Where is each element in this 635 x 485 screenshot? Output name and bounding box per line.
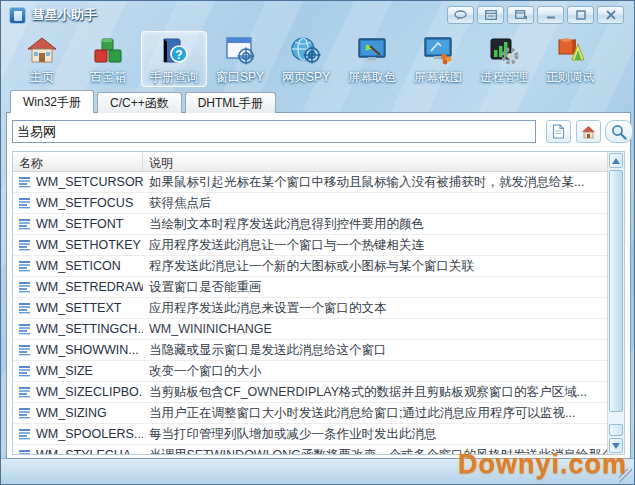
message-name-cell[interactable]: WM_SETICON [13,259,143,273]
list-lines-icon [18,239,31,251]
toolbar-item-toolbox[interactable]: 百宝箱 [75,31,141,87]
header-name[interactable]: 名称 [13,152,143,171]
header-desc[interactable]: 说明 [143,152,624,171]
message-name: WM_STYLECHA... [36,448,142,454]
message-name-cell[interactable]: WM_SETTEXT [13,301,143,315]
list-lines-icon [18,176,31,188]
scrollbar-thumb[interactable] [609,170,623,412]
toolbar-label: 网页SPY [282,69,330,86]
message-name: WM_SETTEXT [36,301,121,315]
message-name: WM_SETICON [36,259,121,273]
scroll-up-button[interactable] [609,153,623,168]
table-row[interactable]: WM_SIZING 当用户正在调整窗口大小时发送此消息给窗口;通过此消息应用程序… [13,403,607,424]
table-row[interactable]: WM_SETHOTKEY 应用程序发送此消息让一个窗口与一个热键相关连 [13,235,607,256]
list-lines-icon [18,281,31,293]
toolbar-item-manual-search[interactable]: ? 手册查询 [141,31,207,87]
message-name-cell[interactable]: WM_SETCURSOR [13,175,143,189]
message-name-cell[interactable]: WM_SHOWWIN... [13,343,143,357]
list-lines-icon [18,302,31,314]
home-small-icon [581,125,596,139]
message-name-cell[interactable]: WM_SETHOTKEY [13,238,143,252]
table-row[interactable]: WM_SHOWWIN... 当隐藏或显示窗口是发送此消息给这个窗口 [13,340,607,361]
feedback-button[interactable] [447,6,474,24]
window-lines-icon [485,10,497,20]
table-row[interactable]: WM_SETREDRAW 设置窗口是否能重画 [13,277,607,298]
list-lines-icon [18,218,31,230]
toolbar-label: 百宝箱 [90,69,126,86]
table-row[interactable]: WM_SETFOCUS 获得焦点后 [13,193,607,214]
message-table: 名称 说明 WM_SETCURSOR 如果鼠标引起光标在某个窗口中移动且鼠标输入… [12,151,625,455]
message-name: WM_SIZECLIPBO... [36,385,143,399]
list-lines-icon [18,365,31,377]
list-lines-icon [18,407,31,419]
home-button[interactable] [576,120,601,143]
table-row[interactable]: WM_SPOOLERS... 每当打印管理列队增加或减少一条作业时发出此消息 [13,424,607,445]
message-name: WM_SETHOTKEY [36,238,141,252]
list-lines-icon [18,428,31,440]
tab-dhtml-manual[interactable]: DHTML手册 [185,92,276,113]
message-name-cell[interactable]: WM_SETFOCUS [13,196,143,210]
message-description: 当隐藏或显示窗口是发送此消息给这个窗口 [143,342,607,359]
message-name: WM_SIZE [36,364,93,378]
message-name-cell[interactable]: WM_SIZING [13,406,143,420]
vertical-scrollbar[interactable] [607,152,624,454]
scrollbar-thumb-end[interactable] [609,424,623,436]
message-name-cell[interactable]: WM_SETTINGCH... [13,322,143,336]
table-row[interactable]: WM_SETCURSOR 如果鼠标引起光标在某个窗口中移动且鼠标输入没有被捕获时… [13,172,607,193]
toolbar-item-home[interactable]: 主页 [9,31,75,87]
minimize-button[interactable] [537,6,564,24]
app-window: 彗星小助手 主页 [0,0,635,485]
window-arrow-icon [515,10,527,20]
search-button[interactable] [605,120,633,143]
skin-button[interactable] [477,6,504,24]
list-lines-icon [18,197,31,209]
toolbar-item-color-picker[interactable]: 屏幕取色 [339,31,405,87]
message-name: WM_SHOWWIN... [36,343,139,357]
message-name: WM_SETFOCUS [36,196,133,210]
titlebar[interactable]: 彗星小助手 [1,1,634,29]
app-logo-icon [9,7,26,24]
search-icon [611,124,627,140]
message-name-cell[interactable]: WM_SIZECLIPBO... [13,385,143,399]
message-name-cell[interactable]: WM_STYLECHA... [13,448,143,454]
list-lines-icon [18,344,31,356]
table-row[interactable]: WM_SETTEXT 应用程序发送此消息来设置一个窗口的文本 [13,298,607,319]
message-name-cell[interactable]: WM_SETREDRAW [13,280,143,294]
tab-win32-manual[interactable]: Win32手册 [10,90,94,113]
close-button[interactable] [597,6,624,24]
document-icon [552,124,565,139]
window-title: 彗星小助手 [32,6,97,24]
table-row[interactable]: WM_SETICON 程序发送此消息让一个新的大图标或小图标与某个窗口关联 [13,256,607,277]
table-header: 名称 说明 [13,152,624,172]
table-row[interactable]: WM_SIZECLIPBO... 当剪贴板包含CF_OWNERDIPLAY格式的… [13,382,607,403]
toolbar-item-screenshot[interactable]: 屏幕截图 [405,31,471,87]
toolbar-label: 屏幕截图 [414,69,462,86]
table-row[interactable]: WM_SETFONT 当绘制文本时程序发送此消息得到控件要用的颜色 [13,214,607,235]
message-name: WM_SETREDRAW [36,280,143,294]
list-lines-icon [18,260,31,272]
message-name-cell[interactable]: WM_SPOOLERS... [13,427,143,441]
message-description: 程序发送此消息让一个新的大图标或小图标与某个窗口关联 [143,258,607,275]
toolbar-item-regex-debug[interactable]: 正则调试 [537,31,603,87]
toolbar-item-window-spy[interactable]: 窗口SPY [207,31,273,87]
table-row[interactable]: WM_SIZE 改变一个窗口的大小 [13,361,607,382]
tab-c-cpp-functions[interactable]: C/C++函数 [97,92,182,113]
toolbar-label: 手册查询 [150,69,198,86]
screenshot-icon [421,35,455,67]
message-name: WM_SPOOLERS... [36,427,143,441]
message-description: 如果鼠标引起光标在某个窗口中移动且鼠标输入没有被捕获时，就发消息给某... [143,174,607,191]
toolbar-label: 进程管理 [480,69,528,86]
message-description: 设置窗口是否能重画 [143,279,607,296]
toolbar-item-process-manager[interactable]: 进程管理 [471,31,537,87]
message-description: 当用户正在调整窗口大小时发送此消息给窗口;通过此消息应用程序可以监视... [143,405,607,422]
main-panel: 名称 说明 WM_SETCURSOR 如果鼠标引起光标在某个窗口中移动且鼠标输入… [6,112,631,459]
message-description: 改变一个窗口的大小 [143,363,607,380]
search-input[interactable] [12,120,536,143]
message-name-cell[interactable]: WM_SIZE [13,364,143,378]
table-row[interactable]: WM_SETTINGCH... WM_WININICHANGE [13,319,607,340]
toolbar-item-web-spy[interactable]: 网页SPY [273,31,339,87]
maximize-button[interactable] [567,6,594,24]
document-button[interactable] [546,120,571,143]
pin-button[interactable] [507,6,534,24]
message-name-cell[interactable]: WM_SETFONT [13,217,143,231]
